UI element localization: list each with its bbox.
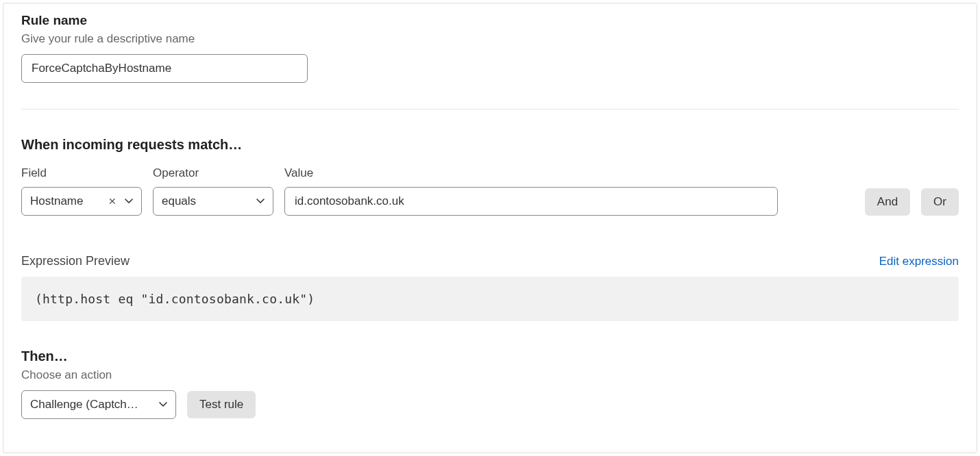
rule-name-hint: Give your rule a descriptive name: [21, 32, 959, 46]
rule-editor-panel: Rule name Give your rule a descriptive n…: [3, 3, 977, 453]
chevron-down-icon: [159, 402, 167, 407]
rule-name-label: Rule name: [21, 13, 959, 28]
chevron-down-icon: [125, 199, 133, 204]
edit-expression-link[interactable]: Edit expression: [879, 255, 959, 268]
operator-select-value: equals: [162, 194, 251, 208]
and-button[interactable]: And: [865, 188, 910, 216]
operator-select[interactable]: equals: [153, 187, 273, 216]
operator-label: Operator: [153, 166, 273, 180]
then-section-title: Then…: [21, 349, 959, 364]
field-label: Field: [21, 166, 142, 180]
when-section-title: When incoming requests match…: [21, 137, 959, 153]
action-select[interactable]: Challenge (Captch…: [21, 390, 176, 419]
action-select-value: Challenge (Captch…: [30, 398, 154, 411]
clear-field-icon[interactable]: ✕: [106, 196, 119, 207]
rule-name-input[interactable]: [21, 54, 308, 83]
chevron-down-icon: [256, 199, 265, 204]
condition-row: Field Hostname ✕ Operator equals Value: [21, 166, 959, 216]
field-select-value: Hostname: [30, 194, 100, 208]
value-label: Value: [284, 166, 854, 180]
then-hint: Choose an action: [21, 368, 959, 382]
field-select[interactable]: Hostname ✕: [21, 187, 142, 216]
test-rule-button[interactable]: Test rule: [187, 391, 256, 418]
or-button[interactable]: Or: [921, 188, 959, 216]
expression-preview-label: Expression Preview: [21, 254, 130, 268]
value-input[interactable]: [284, 187, 778, 216]
expression-preview-code: (http.host eq "id.contosobank.co.uk"): [21, 277, 959, 321]
section-divider: [21, 109, 959, 110]
